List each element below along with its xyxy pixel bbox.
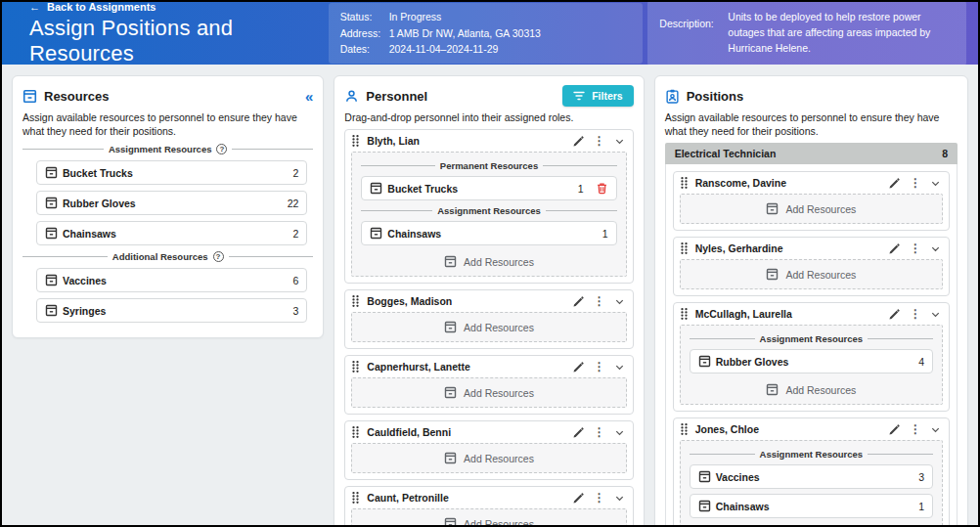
filter-icon — [573, 91, 585, 101]
resource-row[interactable]: Chainsaws 1 — [690, 494, 933, 518]
help-icon[interactable]: ? — [216, 144, 227, 154]
resource-box-icon — [45, 304, 58, 317]
drag-handle-icon[interactable] — [350, 294, 361, 308]
resource-row[interactable]: Chainsaws 1 — [361, 221, 616, 245]
person-card[interactable]: Nyles, Gerhardine ⋮ Add Resources — [673, 237, 950, 296]
delete-resource-icon[interactable] — [596, 182, 608, 195]
position-group-header[interactable]: Electrical Technician 8 — [665, 143, 958, 164]
expand-icon[interactable] — [930, 178, 941, 189]
card-resource-dropzone[interactable]: Add Resources — [351, 508, 626, 527]
expand-icon[interactable] — [614, 427, 625, 438]
card-resource-dropzone[interactable]: Add Resources — [351, 377, 626, 408]
edit-icon[interactable] — [888, 242, 901, 255]
expand-icon[interactable] — [614, 296, 625, 307]
edit-icon[interactable] — [572, 295, 585, 308]
description-label: Description: — [659, 10, 720, 56]
resources-panel: Resources « Assign available resources t… — [12, 75, 324, 338]
card-resource-dropzone[interactable]: Permanent Resources Bucket Trucks 1 Assi… — [351, 152, 626, 277]
card-resource-dropzone[interactable]: Add Resources — [680, 259, 943, 289]
add-resources-button[interactable]: Add Resources — [690, 378, 933, 400]
person-card[interactable]: Caunt, Petronille ⋮ Add Resources — [344, 486, 633, 527]
more-options-icon[interactable]: ⋮ — [594, 361, 605, 373]
drag-handle-icon[interactable] — [679, 176, 690, 190]
drag-handle-icon[interactable] — [679, 242, 690, 255]
person-card[interactable]: Bogges, Madison ⋮ Add Resources — [344, 289, 633, 349]
person-name: Jones, Chloe — [695, 423, 759, 435]
more-options-icon[interactable]: ⋮ — [594, 135, 605, 147]
more-options-icon[interactable]: ⋮ — [910, 177, 921, 189]
resource-row[interactable]: Chainsaws 2 — [36, 221, 307, 245]
resource-row[interactable]: Bucket Trucks 1 — [361, 176, 616, 200]
add-resources-button[interactable]: Add Resources — [361, 250, 616, 272]
resource-row[interactable]: Vaccines 3 — [690, 464, 933, 489]
more-options-icon[interactable]: ⋮ — [910, 308, 921, 320]
expand-icon[interactable] — [930, 243, 941, 254]
expand-icon[interactable] — [614, 362, 625, 373]
dates-value: 2024-11-04–2024-11-29 — [389, 41, 499, 58]
edit-icon[interactable] — [572, 426, 585, 439]
card-resource-dropzone[interactable]: Add Resources — [680, 194, 943, 224]
edit-icon[interactable] — [572, 361, 585, 373]
status-label: Status: — [340, 9, 389, 25]
resource-row[interactable]: Syringes 3 — [36, 298, 307, 323]
resource-box-icon — [370, 182, 382, 195]
person-card[interactable]: Blyth, Lian ⋮ Permanent Resources Bucket… — [344, 129, 633, 284]
drag-handle-icon[interactable] — [350, 134, 361, 148]
drag-handle-icon[interactable] — [350, 491, 361, 505]
add-resources-button[interactable]: Add Resources — [361, 447, 616, 468]
expand-icon[interactable] — [614, 136, 625, 147]
person-card[interactable]: Cauldfield, Benni ⋮ Add Resources — [344, 420, 633, 480]
more-options-icon[interactable]: ⋮ — [594, 295, 605, 307]
add-resources-button[interactable]: Add Resources — [690, 198, 933, 219]
card-resource-dropzone[interactable]: Assignment Resources Rubber Gloves 4 Add… — [680, 325, 943, 405]
resource-box-icon — [45, 166, 58, 179]
person-card[interactable]: Ranscome, Davine ⋮ Add Resources — [673, 171, 950, 231]
resource-row[interactable]: Bucket Trucks 2 — [36, 160, 307, 185]
more-options-icon[interactable]: ⋮ — [594, 492, 605, 504]
positions-panel-title: Positions — [687, 89, 744, 104]
edit-icon[interactable] — [572, 135, 585, 148]
section-divider: Assignment Resources — [690, 333, 933, 344]
drag-handle-icon[interactable] — [350, 360, 361, 373]
resource-box-icon — [766, 383, 779, 396]
add-resources-button[interactable]: Add Resources — [361, 316, 616, 337]
expand-icon[interactable] — [930, 424, 941, 435]
add-resources-button[interactable]: Add Resources — [361, 381, 616, 403]
card-resource-dropzone[interactable]: Add Resources — [351, 443, 626, 473]
person-card[interactable]: McCullagh, Laurella ⋮ Assignment Resourc… — [673, 302, 950, 412]
drag-handle-icon[interactable] — [679, 307, 690, 321]
expand-icon[interactable] — [930, 309, 941, 320]
resource-row[interactable]: Vaccines 6 — [36, 268, 307, 292]
person-card-header: Blyth, Lian ⋮ — [345, 130, 632, 151]
resource-row[interactable]: Rubber Gloves 22 — [36, 191, 307, 215]
drag-handle-icon[interactable] — [350, 425, 361, 439]
resources-panel-title: Resources — [44, 89, 109, 104]
edit-icon[interactable] — [888, 177, 901, 190]
edit-icon[interactable] — [888, 423, 901, 436]
add-resources-button[interactable]: Add Resources — [690, 263, 933, 285]
add-resources-label: Add Resources — [785, 269, 856, 281]
person-card[interactable]: Jones, Chloe ⋮ Assignment Resources Vacc… — [673, 417, 950, 527]
resource-count: 1 — [918, 501, 924, 512]
more-options-icon[interactable]: ⋮ — [910, 423, 921, 435]
drag-handle-icon[interactable] — [679, 422, 690, 436]
expand-icon[interactable] — [614, 493, 625, 504]
card-resource-dropzone[interactable]: Assignment Resources Vaccines 3 Chainsaw… — [680, 440, 943, 527]
person-card[interactable]: Capnerhurst, Lanette ⋮ Add Resources — [344, 355, 633, 415]
edit-icon[interactable] — [572, 492, 585, 505]
resource-name: Chainsaws — [716, 501, 770, 512]
help-icon[interactable]: ? — [213, 251, 224, 262]
section-divider-label: Assignment Resources — [437, 205, 541, 216]
person-name: Bogges, Madison — [367, 295, 452, 307]
more-options-icon[interactable]: ⋮ — [594, 426, 605, 438]
card-resource-dropzone[interactable]: Add Resources — [351, 312, 626, 342]
collapse-panel-icon[interactable]: « — [305, 89, 313, 104]
add-resources-button[interactable]: Add Resources — [690, 523, 933, 527]
more-options-icon[interactable]: ⋮ — [910, 242, 921, 254]
back-to-assignments-link[interactable]: ← Back to Assignments — [29, 1, 329, 13]
resource-row[interactable]: Rubber Gloves 4 — [690, 349, 933, 373]
filters-button[interactable]: Filters — [562, 85, 634, 107]
add-resources-button[interactable]: Add Resources — [361, 512, 616, 527]
description-value: Units to be deployed to help restore pow… — [728, 10, 955, 56]
edit-icon[interactable] — [888, 308, 901, 321]
